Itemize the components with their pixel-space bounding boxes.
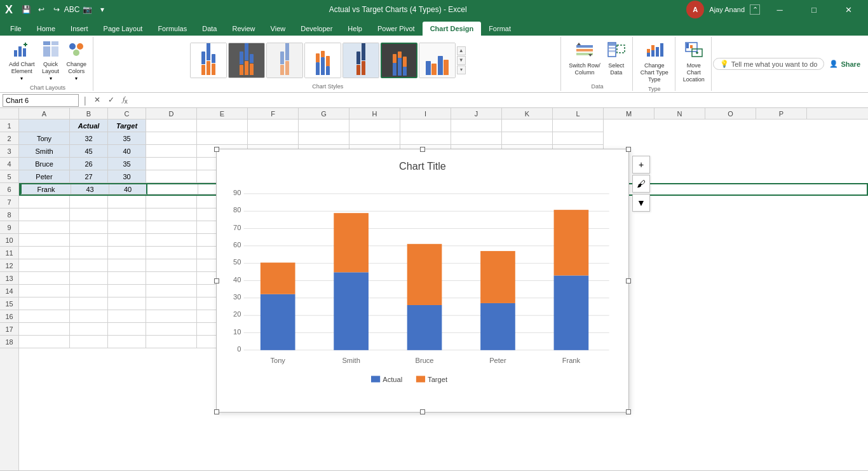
cell-j1[interactable] (451, 119, 502, 132)
row-header-11[interactable]: 11 (0, 247, 18, 259)
scroll-down-btn[interactable]: ▼ (457, 56, 466, 65)
row-header-7[interactable]: 7 (0, 196, 18, 208)
cell-l2[interactable] (553, 132, 604, 145)
cell-c1[interactable]: Target (108, 119, 146, 132)
cell-a5[interactable]: Peter (19, 170, 70, 183)
tell-me-box[interactable]: 💡 Tell me what you want to do (713, 58, 825, 70)
chart-handle-bl[interactable] (214, 409, 219, 414)
cell-b1[interactable]: Actual (70, 119, 108, 132)
chart-elements-btn[interactable]: + (632, 156, 650, 174)
cell-j2[interactable] (451, 132, 502, 145)
formula-input[interactable] (133, 94, 865, 107)
cell-c7[interactable] (108, 196, 146, 208)
col-header-a[interactable]: A (19, 108, 70, 119)
cell-d7[interactable] (146, 196, 197, 208)
quick-layout-btn[interactable]: QuickLayout ▾ (39, 38, 63, 83)
chart-handle-ml[interactable] (214, 278, 219, 283)
cell-c2[interactable]: 35 (108, 132, 146, 145)
cell-g2[interactable] (299, 132, 349, 145)
row-header-17[interactable]: 17 (0, 323, 18, 336)
cell-b7[interactable] (70, 196, 108, 208)
tab-data[interactable]: Data (194, 22, 224, 36)
row-header-6[interactable]: 6 (0, 183, 18, 196)
row-header-13[interactable]: 13 (0, 272, 18, 285)
row-header-4[interactable]: 4 (0, 158, 18, 170)
col-header-j[interactable]: J (451, 108, 502, 119)
chart-style-5[interactable] (342, 43, 379, 78)
tab-power-pivot[interactable]: Power Pivot (370, 22, 423, 36)
tab-format[interactable]: Format (481, 22, 519, 36)
redo-qat-btn[interactable]: ↪ (50, 3, 64, 17)
cell-e2[interactable] (197, 132, 248, 145)
tab-view[interactable]: View (263, 22, 294, 36)
tab-help[interactable]: Help (340, 22, 370, 36)
cell-c5[interactable]: 30 (108, 170, 146, 183)
cell-d3[interactable] (146, 145, 197, 158)
cell-i2[interactable] (400, 132, 451, 145)
cell-b2[interactable]: 32 (70, 132, 108, 145)
tab-developer[interactable]: Developer (293, 22, 340, 36)
share-btn[interactable]: 👤 Share (829, 60, 860, 68)
chart-style-1[interactable] (190, 43, 227, 78)
cancel-formula-icon[interactable]: ✕ (92, 95, 103, 104)
row-header-1[interactable]: 1 (0, 119, 18, 132)
name-box[interactable]: Chart 6 (3, 94, 79, 107)
change-colors-btn[interactable]: ChangeColors ▾ (64, 38, 90, 83)
row-header-9[interactable]: 9 (0, 221, 18, 234)
chart-handle-tl[interactable] (214, 147, 219, 152)
col-header-g[interactable]: G (299, 108, 349, 119)
user-avatar[interactable]: A (686, 1, 704, 18)
cell-a7[interactable] (19, 196, 70, 208)
change-chart-type-btn[interactable]: ChangeChart TypeType (638, 38, 671, 85)
cell-h1[interactable] (349, 119, 400, 132)
cell-a2[interactable]: Tony (19, 132, 70, 145)
col-header-b[interactable]: B (70, 108, 108, 119)
spelling-qat-btn[interactable]: ABC (65, 3, 79, 17)
row-header-8[interactable]: 8 (0, 208, 18, 221)
add-chart-element-btn[interactable]: Add ChartElement ▾ (6, 38, 37, 83)
cell-d2[interactable] (146, 132, 197, 145)
tab-chart-design[interactable]: Chart Design (423, 22, 481, 36)
save-qat-btn[interactable]: 💾 (19, 3, 33, 17)
qat-dropdown[interactable]: ▾ (95, 3, 109, 17)
chart-handle-br[interactable] (626, 409, 631, 414)
col-header-m[interactable]: M (604, 108, 654, 119)
scroll-more-btn[interactable]: ▾ (457, 65, 466, 74)
minimize-btn[interactable]: ─ (765, 0, 794, 19)
tab-file[interactable]: File (3, 22, 29, 36)
col-header-o[interactable]: O (705, 108, 756, 119)
cell-k2[interactable] (502, 132, 553, 145)
cell-e1[interactable] (197, 119, 248, 132)
cell-c4[interactable]: 35 (108, 158, 146, 170)
scroll-up-btn[interactable]: ▲ (457, 46, 466, 55)
chart-container[interactable]: + 🖌 ▼ Chart Title 0 10 20 30 40 50 60 (216, 149, 629, 413)
col-header-k[interactable]: K (502, 108, 553, 119)
cell-g1[interactable] (299, 119, 349, 132)
cell-d5[interactable] (146, 170, 197, 183)
chart-handle-tr[interactable] (626, 147, 631, 152)
switch-row-col-btn[interactable]: Switch Row/Column (566, 38, 603, 78)
cell-a4[interactable]: Bruce (19, 158, 70, 170)
cell-b6[interactable]: 43 (71, 184, 109, 195)
chart-handle-mr[interactable] (626, 278, 631, 283)
chart-style-3[interactable] (266, 43, 303, 78)
col-header-c[interactable]: C (108, 108, 146, 119)
select-data-btn[interactable]: SelectData (604, 38, 628, 78)
cell-c3[interactable]: 40 (108, 145, 146, 158)
tab-page-layout[interactable]: Page Layout (96, 22, 151, 36)
cell-i1[interactable] (400, 119, 451, 132)
chart-handle-bm[interactable] (420, 409, 425, 414)
cell-a3[interactable]: Smith (19, 145, 70, 158)
col-header-n[interactable]: N (654, 108, 705, 119)
undo-qat-btn[interactable]: ↩ (34, 3, 48, 17)
row-header-3[interactable]: 3 (0, 145, 18, 158)
tab-review[interactable]: Review (224, 22, 262, 36)
cell-a6[interactable]: Frank (20, 184, 71, 195)
row-header-14[interactable]: 14 (0, 285, 18, 297)
row-header-15[interactable]: 15 (0, 297, 18, 310)
chart-handle-tm[interactable] (420, 147, 425, 152)
cell-b3[interactable]: 45 (70, 145, 108, 158)
chart-filters-btn[interactable]: ▼ (632, 194, 650, 212)
row-header-2[interactable]: 2 (0, 132, 18, 145)
cell-c6[interactable]: 40 (109, 184, 147, 195)
